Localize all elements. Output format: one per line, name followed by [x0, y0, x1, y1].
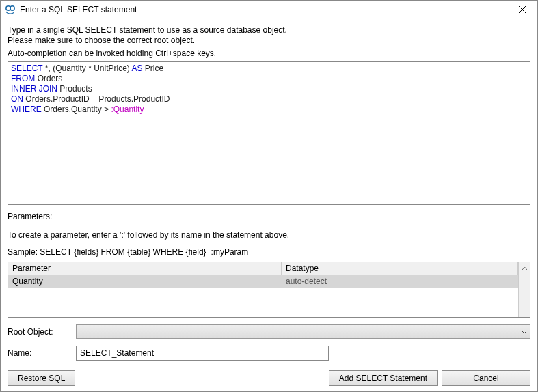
parameters-sample: Sample: SELECT {fields} FROM {table} WHE…	[8, 247, 530, 257]
root-object-dropdown[interactable]	[76, 324, 530, 339]
name-input[interactable]	[76, 346, 329, 361]
name-row: Name:	[8, 346, 530, 361]
close-button[interactable]	[507, 1, 537, 18]
table-row[interactable]: Quantity auto-detect	[8, 275, 518, 288]
parameters-heading: Parameters:	[8, 212, 530, 222]
scroll-up-icon[interactable]	[519, 262, 530, 274]
sql-editor[interactable]: SELECT *, (Quantity * UnitPrice) AS Pric…	[8, 61, 530, 205]
titlebar: Enter a SQL SELECT statement	[1, 1, 537, 18]
intro-line-3: Auto-completion can be invoked holding C…	[8, 48, 530, 59]
name-label: Name:	[8, 348, 76, 358]
cell-parameter: Quantity	[8, 275, 282, 288]
column-header-datatype[interactable]: Datatype	[282, 262, 518, 275]
column-header-parameter[interactable]: Parameter	[8, 262, 282, 275]
table-scrollbar[interactable]	[518, 262, 530, 317]
intro-line-1: Type in a single SQL SELECT statement to…	[8, 25, 530, 36]
restore-sql-button[interactable]: Restore SQL	[8, 370, 75, 386]
cancel-button[interactable]: Cancel	[442, 370, 530, 386]
close-icon	[519, 6, 526, 13]
cell-datatype: auto-detect	[282, 275, 518, 288]
app-icon	[5, 4, 16, 15]
add-select-button[interactable]: Add SELECT Statement	[329, 370, 438, 386]
root-object-row: Root Object:	[8, 324, 530, 339]
parameters-hint: To create a parameter, enter a ':' follo…	[8, 230, 530, 240]
window-title: Enter a SQL SELECT statement	[20, 5, 507, 14]
restore-sql-label: Restore SQL	[18, 374, 65, 383]
root-object-label: Root Object:	[8, 327, 76, 337]
button-bar: Restore SQL Add SELECT Statement Cancel	[8, 370, 530, 386]
dialog-window: Enter a SQL SELECT statement Type in a s…	[0, 0, 538, 392]
intro-line-2: Please make sure to choose the correct r…	[8, 36, 530, 46]
table-header: Parameter Datatype	[8, 262, 518, 275]
chevron-down-icon	[522, 328, 527, 335]
parameters-table: Parameter Datatype Quantity auto-detect	[8, 262, 530, 318]
dialog-content: Type in a single SQL SELECT statement to…	[1, 18, 537, 391]
